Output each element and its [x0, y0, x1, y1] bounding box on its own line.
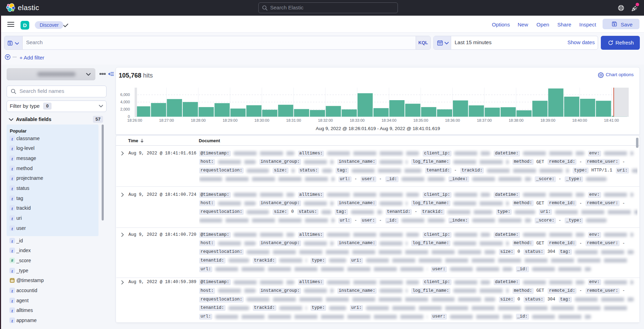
svg-text:18:30:00: 18:30:00 — [254, 118, 269, 122]
svg-text:18:37:00: 18:37:00 — [477, 118, 492, 122]
svg-text:18:29:00: 18:29:00 — [222, 118, 237, 122]
svg-text:4,000: 4,000 — [120, 100, 130, 104]
svg-text:18:41:00: 18:41:00 — [604, 118, 619, 122]
svg-text:18:40:00: 18:40:00 — [572, 118, 587, 122]
svg-text:18:26:00: 18:26:00 — [127, 118, 142, 122]
svg-text:18:34:00: 18:34:00 — [382, 118, 396, 122]
svg-text:18:36:00: 18:36:00 — [445, 118, 460, 122]
svg-text:18:39:00: 18:39:00 — [540, 118, 555, 122]
svg-text:18:32:00: 18:32:00 — [318, 118, 333, 122]
svg-text:6,000: 6,000 — [120, 93, 130, 97]
svg-text:18:33:00: 18:33:00 — [350, 118, 365, 122]
svg-text:18:27:00: 18:27:00 — [159, 118, 174, 122]
svg-text:18:38:00: 18:38:00 — [509, 118, 524, 122]
svg-text:18:28:00: 18:28:00 — [191, 118, 206, 122]
svg-text:2,000: 2,000 — [120, 107, 130, 111]
svg-text:18:31:00: 18:31:00 — [286, 118, 301, 122]
svg-text:18:35:00: 18:35:00 — [413, 118, 428, 122]
